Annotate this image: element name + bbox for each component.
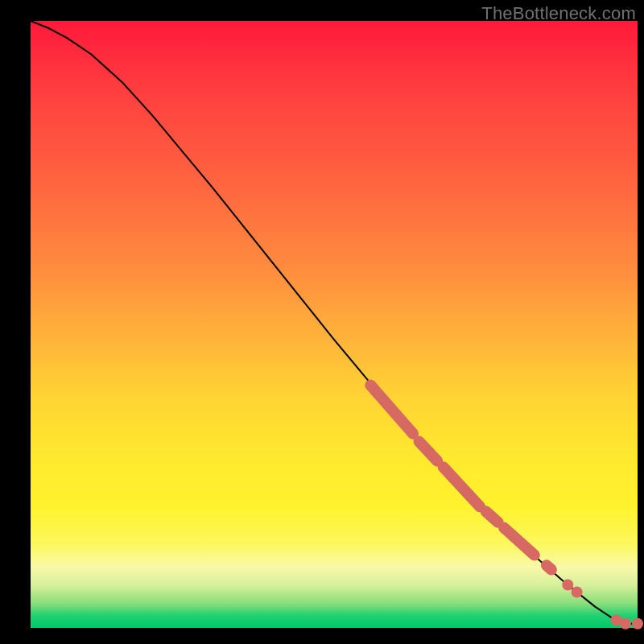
marker-dot (620, 618, 631, 630)
marker-dot (632, 618, 643, 630)
marker-segment (444, 467, 480, 506)
marker-dot (572, 587, 583, 598)
marker-segment (419, 442, 438, 461)
bottleneck-curve (31, 21, 638, 624)
chart-frame: TheBottleneck.com (0, 0, 644, 644)
marker-segments (370, 385, 551, 569)
plot-area (31, 21, 638, 628)
marker-dot (562, 579, 573, 590)
marker-segment (486, 511, 498, 522)
watermark-text: TheBottleneck.com (481, 3, 636, 24)
marker-segment (504, 528, 535, 555)
chart-svg (31, 21, 638, 628)
marker-segment (547, 565, 551, 569)
marker-dots (562, 579, 643, 629)
marker-segment (370, 385, 413, 433)
